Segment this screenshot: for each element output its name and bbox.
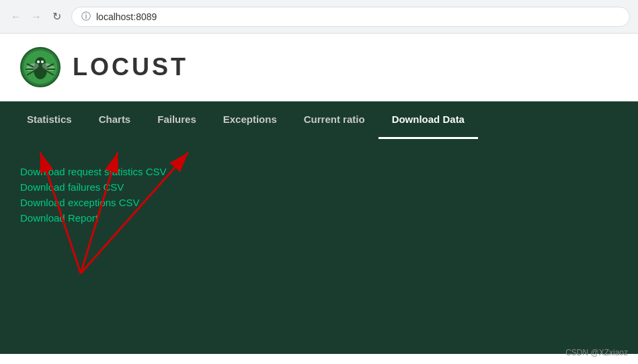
tab-download-data[interactable]: Download Data (378, 101, 478, 139)
download-report[interactable]: Download Report (20, 212, 618, 224)
back-button[interactable]: ← (8, 9, 24, 25)
svg-point-6 (37, 60, 40, 63)
tab-statistics[interactable]: Statistics (13, 101, 85, 139)
tab-exceptions[interactable]: Exceptions (210, 101, 290, 139)
tab-current-ratio[interactable]: Current ratio (290, 101, 378, 139)
nav-bar: Statistics Charts Failures Exceptions Cu… (0, 101, 638, 139)
forward-button[interactable]: → (28, 9, 44, 25)
watermark: CSDN @XZxiaoz (565, 348, 628, 357)
download-links: Download request statistics CSV Download… (20, 166, 618, 224)
logo-text: LOCUST (73, 53, 188, 81)
download-exceptions-csv[interactable]: Download exceptions CSV (20, 197, 618, 208)
download-request-stats-csv[interactable]: Download request statistics CSV (20, 166, 618, 177)
url-text: localhost:8089 (96, 11, 157, 22)
svg-point-7 (41, 60, 44, 63)
tab-failures[interactable]: Failures (144, 101, 210, 139)
tab-charts[interactable]: Charts (85, 101, 145, 139)
browser-chrome: ← → ↻ ⓘ localhost:8089 (0, 0, 638, 34)
address-bar[interactable]: ⓘ localhost:8089 (71, 7, 630, 27)
nav-buttons: ← → ↻ (8, 9, 65, 25)
info-icon: ⓘ (81, 11, 91, 23)
download-failures-csv[interactable]: Download failures CSV (20, 181, 618, 193)
logo-image (20, 47, 61, 87)
main-content: Download request statistics CSV Download… (0, 139, 638, 354)
app-header: LOCUST (0, 34, 638, 101)
refresh-button[interactable]: ↻ (48, 9, 65, 25)
